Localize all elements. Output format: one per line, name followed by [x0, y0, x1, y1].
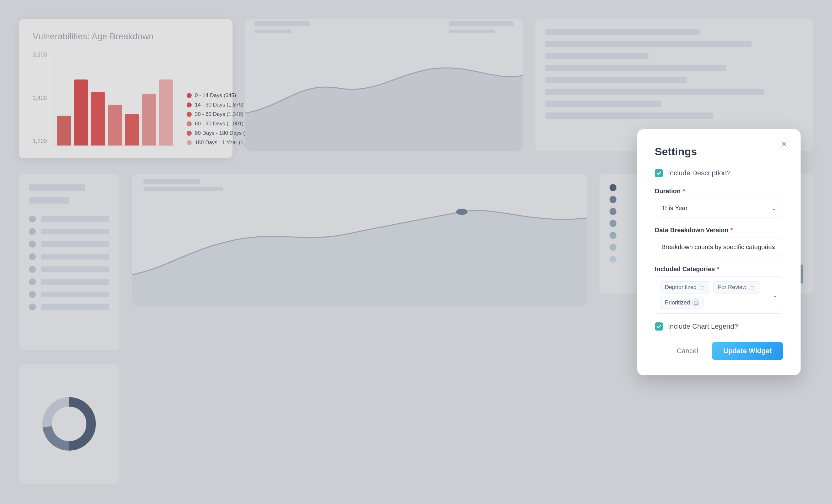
category-tag-label-prioritized: Prioritized: [665, 299, 690, 306]
update-widget-button[interactable]: Update Widget: [712, 342, 783, 360]
remove-deprioritized-button[interactable]: ◻: [699, 284, 705, 290]
duration-select[interactable]: This Year Last Year Last 30 Days Last 90…: [655, 198, 783, 217]
categories-field-group: Included Categories * Deprioritized ◻ Fo…: [655, 265, 783, 314]
duration-select-wrapper[interactable]: This Year Last Year Last 30 Days Last 90…: [655, 198, 783, 217]
category-tag-label-for-review: For Review: [718, 284, 747, 291]
breakdown-select[interactable]: Breakdown counts by specific categories …: [655, 238, 783, 257]
include-legend-checkbox[interactable]: [655, 322, 663, 330]
breakdown-label: Data Breakdown Version *: [655, 226, 783, 234]
categories-tags: Deprioritized ◻ For Review ◻ Prioritized…: [660, 281, 778, 309]
breakdown-select-wrapper[interactable]: Breakdown counts by specific categories …: [655, 238, 783, 257]
breakdown-field-group: Data Breakdown Version * Breakdown count…: [655, 226, 783, 257]
category-tag-deprioritized[interactable]: Deprioritized ◻: [660, 281, 710, 293]
remove-for-review-button[interactable]: ◻: [749, 284, 755, 290]
include-description-checkbox[interactable]: [655, 169, 663, 177]
category-tag-for-review[interactable]: For Review ◻: [713, 281, 760, 293]
include-description-row[interactable]: Include Description?: [655, 169, 783, 177]
settings-modal: × Settings Include Description? Duration…: [637, 129, 801, 375]
modal-title: Settings: [655, 145, 783, 158]
breakdown-required: *: [730, 226, 733, 234]
duration-required: *: [682, 187, 685, 195]
duration-label: Duration *: [655, 187, 783, 195]
categories-chevron-icon[interactable]: ⌄: [772, 291, 778, 299]
remove-prioritized-button[interactable]: ◻: [693, 299, 699, 306]
category-tag-prioritized[interactable]: Prioritized ◻: [660, 297, 703, 309]
close-button[interactable]: ×: [778, 138, 790, 151]
categories-required: *: [717, 265, 720, 273]
include-description-label: Include Description?: [668, 169, 730, 177]
include-legend-label: Include Chart Legend?: [668, 322, 738, 330]
duration-field-group: Duration * This Year Last Year Last 30 D…: [655, 187, 783, 217]
category-tag-label-deprioritized: Deprioritized: [665, 284, 697, 291]
modal-overlay: × Settings Include Description? Duration…: [0, 0, 832, 504]
categories-label: Included Categories *: [655, 265, 783, 273]
include-legend-row[interactable]: Include Chart Legend?: [655, 322, 783, 330]
modal-footer: Cancel Update Widget: [655, 342, 783, 360]
cancel-button[interactable]: Cancel: [671, 343, 704, 359]
categories-box[interactable]: Deprioritized ◻ For Review ◻ Prioritized…: [655, 276, 783, 314]
